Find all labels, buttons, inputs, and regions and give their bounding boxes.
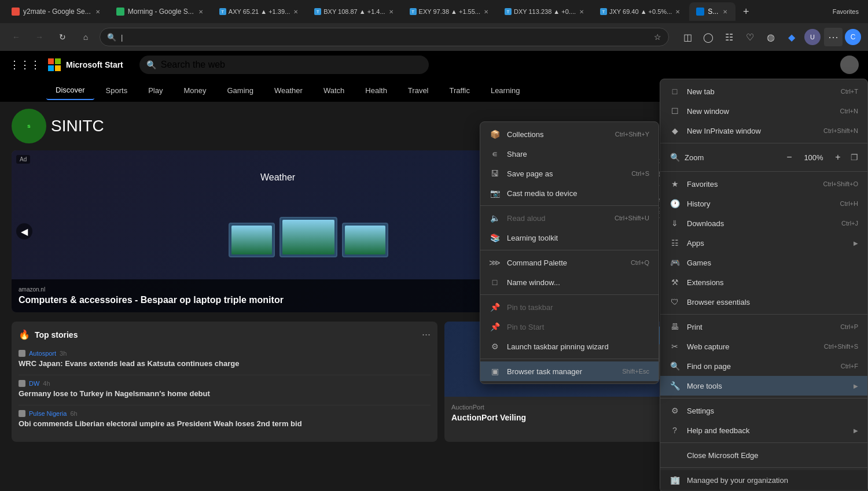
menu-item-print[interactable]: 🖶 Print Ctrl+P [660, 317, 867, 337]
tab-close-axy[interactable]: ✕ [292, 8, 299, 16]
menu-item-settings[interactable]: ⚙ Settings [660, 401, 867, 420]
ms-nav-weather[interactable]: Weather [265, 82, 312, 99]
ms-nav-watch[interactable]: Watch [314, 82, 354, 99]
more-tools-icon: 🔧 [670, 381, 680, 391]
story-item-0[interactable]: Autosport 3h WRC Japan: Evans extends le… [19, 345, 431, 375]
submenu-item-read-aloud[interactable]: 🔈 Read aloud Ctrl+Shift+U [480, 208, 659, 228]
tab-close-morning[interactable]: ✕ [197, 8, 204, 16]
task-manager-icon: ▣ [490, 366, 500, 376]
save-page-icon: 🖫 [490, 168, 500, 179]
tab-close-dxy[interactable]: ✕ [578, 8, 585, 16]
copilot-sidebar-icon[interactable]: C [845, 29, 861, 45]
ms-nav-money[interactable]: Money [174, 82, 215, 99]
ms-nav-travel[interactable]: Travel [399, 82, 438, 99]
submenu-item-launch-wizard[interactable]: ⚙ Launch taskbar pinning wizard [480, 337, 659, 356]
tab-jxy[interactable]: T JXY 69.40 ▲ +0.5%... ✕ [593, 2, 688, 21]
submenu-item-collections[interactable]: 📦 Collections Ctrl+Shift+Y [480, 124, 659, 144]
tab-close-jxy[interactable]: ✕ [674, 8, 681, 16]
tab-close-current[interactable]: ✕ [722, 8, 729, 16]
tab-close-exy[interactable]: ✕ [483, 8, 490, 16]
menu-item-web-capture[interactable]: ✂ Web capture Ctrl+Shift+S [660, 337, 867, 356]
new-tab-button[interactable]: + [737, 2, 755, 21]
submenu-item-share[interactable]: ∊ Share [480, 144, 659, 164]
edge-copilot-icon[interactable]: ◆ [782, 28, 801, 46]
menu-item-inprivate[interactable]: ◆ New InPrivate window Ctrl+Shift+N [660, 121, 867, 141]
menu-item-new-tab[interactable]: □ New tab Ctrl+T [660, 82, 867, 101]
web-capture-icon: ✂ [670, 341, 680, 352]
ms-nav-gaming[interactable]: Gaming [218, 82, 263, 99]
tab-morning[interactable]: Morning - Google S... ✕ [109, 2, 211, 21]
task-manager-label: Browser task manager [507, 367, 615, 376]
settings-label: Settings [687, 407, 858, 415]
settings-more-button[interactable]: ⋯ [824, 28, 843, 46]
submenu-item-name-window[interactable]: □ Name window... [480, 272, 659, 292]
story-item-2[interactable]: Pulse Nigeria 6h Obi commends Liberian e… [19, 405, 431, 435]
zoom-fullscreen-icon[interactable]: ❐ [851, 153, 858, 162]
tab-bxy[interactable]: T BXY 108.87 ▲ +1.4... ✕ [307, 2, 401, 21]
menu-item-help-feedback[interactable]: ? Help and feedback ▶ [660, 420, 867, 440]
submenu-item-pin-start[interactable]: 📌 Pin to Start [480, 317, 659, 337]
ms-nav-sports[interactable]: Sports [97, 82, 137, 99]
browser-wallet-icon[interactable]: ◍ [762, 28, 780, 46]
zoom-increase-button[interactable]: + [830, 149, 846, 165]
refresh-button[interactable]: ↻ [53, 28, 72, 46]
menu-item-downloads[interactable]: ⇓ Downloads Ctrl+J [660, 213, 867, 233]
story-source-icon-1 [19, 380, 25, 387]
tab-current[interactable]: S... ✕ [689, 2, 735, 21]
split-screen-icon[interactable]: ◫ [678, 28, 697, 46]
more-tools-label: More tools [687, 382, 844, 390]
ms-nav-discover[interactable]: Discover [46, 81, 94, 100]
favorites-icon[interactable]: ♡ [741, 28, 759, 46]
forward-button[interactable]: → [30, 28, 49, 46]
ms-nav-health[interactable]: Health [356, 82, 396, 99]
story-title-1: Germany lose to Turkey in Nagelsmann's h… [19, 389, 431, 398]
tab-y2mate[interactable]: y2mate - Google Se... ✕ [5, 2, 108, 21]
sidebar-icon[interactable]: ☷ [720, 28, 738, 46]
favorite-star-icon[interactable]: ☆ [654, 32, 661, 42]
submenu-divider-3 [480, 294, 659, 295]
more-stories-button[interactable]: ··· [422, 328, 431, 341]
ms-avatar[interactable] [840, 56, 859, 74]
menu-item-new-window[interactable]: ☐ New window Ctrl+N [660, 101, 867, 121]
ms-nav-traffic[interactable]: Traffic [440, 82, 479, 99]
save-page-label: Save page as [507, 169, 624, 178]
menu-item-apps[interactable]: ☷ Apps ▶ [660, 233, 867, 253]
menu-item-browser-essentials[interactable]: 🛡 Browser essentials [660, 292, 867, 312]
divider-3 [660, 314, 867, 315]
menu-item-find-on-page[interactable]: 🔍 Find on page Ctrl+F [660, 356, 867, 376]
menu-item-games[interactable]: 🎮 Games [660, 253, 867, 272]
card-prev[interactable]: ◀ [16, 223, 32, 239]
favorites-sidebar-button[interactable]: Favorites [828, 6, 863, 17]
browser-essentials-icon[interactable]: ◯ [699, 28, 718, 46]
tab-close-bxy[interactable]: ✕ [388, 8, 395, 16]
menu-item-favorites[interactable]: ★ Favorites Ctrl+Shift+O [660, 174, 867, 194]
menu-item-extensions[interactable]: ⚒ Extensions [660, 272, 867, 292]
submenu-item-save-page[interactable]: 🖫 Save page as Ctrl+S [480, 164, 659, 183]
zoom-decrease-button[interactable]: − [781, 149, 797, 165]
ms-nav-play[interactable]: Play [139, 82, 172, 99]
profile-icon[interactable]: U [803, 28, 822, 46]
tab-dxy[interactable]: T DXY 113.238 ▲ +0.... ✕ [498, 2, 592, 21]
toolbar-icons: ◫ ◯ ☷ ♡ ◍ ◆ U ⋯ C [678, 28, 861, 46]
favorites-label: Favorites [687, 180, 816, 189]
menu-item-more-tools[interactable]: 🔧 More tools ▶ 📦 Collections Ctrl+Shift+… [660, 376, 867, 396]
ms-grid-button[interactable]: ⋮⋮⋮ [9, 58, 41, 71]
zoom-label: Zoom [685, 153, 777, 162]
submenu-item-browser-task-manager[interactable]: ▣ Browser task manager Shift+Esc [480, 361, 659, 381]
back-button[interactable]: ← [7, 28, 25, 46]
page-content: ⋮⋮⋮ Microsoft Start 🔍 Search the web Dis… [0, 51, 868, 491]
story-item-1[interactable]: DW 4h Germany lose to Turkey in Nagelsma… [19, 375, 431, 405]
ms-nav-learning[interactable]: Learning [481, 82, 529, 99]
tab-axy[interactable]: T AXY 65.21 ▲ +1.39... ✕ [212, 2, 306, 21]
tab-exy[interactable]: T EXY 97.38 ▲ +1.55... ✕ [403, 2, 496, 21]
tab-close-y2mate[interactable]: ✕ [94, 8, 101, 16]
submenu-item-learning-toolkit[interactable]: 📚 Learning toolkit [480, 228, 659, 248]
ms-search-box[interactable]: 🔍 Search the web [139, 56, 429, 74]
menu-item-history[interactable]: 🕐 History Ctrl+H [660, 194, 867, 213]
submenu-item-command-palette[interactable]: ⋙ Command Palette Ctrl+Q [480, 253, 659, 272]
submenu-item-pin-taskbar[interactable]: 📌 Pin to taskbar [480, 297, 659, 317]
submenu-item-cast[interactable]: 📷 Cast media to device [480, 183, 659, 203]
address-box[interactable]: 🔍 | ☆ [100, 28, 669, 46]
menu-item-close-edge[interactable]: Close Microsoft Edge [660, 445, 867, 465]
home-button[interactable]: ⌂ [76, 28, 95, 46]
